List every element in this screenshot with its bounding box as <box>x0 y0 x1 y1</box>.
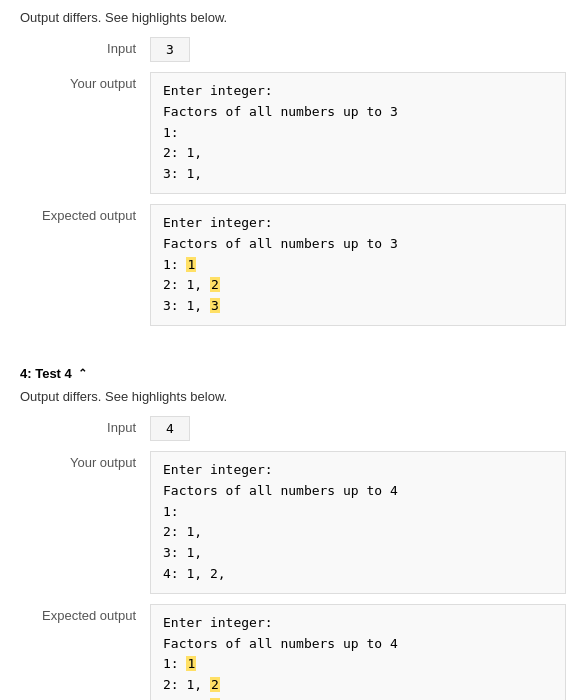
input-row-4: Input 4 <box>20 416 566 441</box>
diff-message-4: Output differs. See highlights below. <box>20 389 566 404</box>
highlight-3-2: 2 <box>210 277 220 292</box>
expected-text-3b: 2: 1, <box>163 277 210 292</box>
test3-section: Output differs. See highlights below. In… <box>0 0 586 356</box>
chevron-up-icon: ⌃ <box>78 367 87 380</box>
expected-text-4b: 2: 1, <box>163 677 210 692</box>
input-value-3: 3 <box>150 37 190 62</box>
your-output-box-4: Enter integer: Factors of all numbers up… <box>150 451 566 594</box>
expected-text-3a: Enter integer: Factors of all numbers up… <box>163 215 398 272</box>
input-label-3: Input <box>20 37 150 56</box>
test4-header[interactable]: 4: Test 4 ⌃ <box>20 366 566 381</box>
expected-text-3c: 3: 1, <box>163 298 210 313</box>
input-row-3: Input 3 <box>20 37 566 62</box>
your-output-row-3: Your output Enter integer: Factors of al… <box>20 72 566 194</box>
highlight-3-1: 1 <box>186 257 196 272</box>
expected-output-box-4: Enter integer: Factors of all numbers up… <box>150 604 566 700</box>
your-output-box-3: Enter integer: Factors of all numbers up… <box>150 72 566 194</box>
test4-title: 4: Test 4 <box>20 366 72 381</box>
input-label-4: Input <box>20 416 150 435</box>
test4-section: 4: Test 4 ⌃ Output differs. See highligh… <box>0 356 586 700</box>
expected-output-row-3: Expected output Enter integer: Factors o… <box>20 204 566 326</box>
diff-message-3: Output differs. See highlights below. <box>20 10 566 25</box>
expected-output-box-3: Enter integer: Factors of all numbers up… <box>150 204 566 326</box>
expected-output-label-4: Expected output <box>20 604 150 623</box>
expected-output-row-4: Expected output Enter integer: Factors o… <box>20 604 566 700</box>
your-output-label-3: Your output <box>20 72 150 91</box>
input-value-4: 4 <box>150 416 190 441</box>
expected-output-label-3: Expected output <box>20 204 150 223</box>
highlight-4-2: 2 <box>210 677 220 692</box>
highlight-4-1: 1 <box>186 656 196 671</box>
highlight-3-3: 3 <box>210 298 220 313</box>
your-output-label-4: Your output <box>20 451 150 470</box>
your-output-row-4: Your output Enter integer: Factors of al… <box>20 451 566 594</box>
expected-text-4a: Enter integer: Factors of all numbers up… <box>163 615 398 672</box>
